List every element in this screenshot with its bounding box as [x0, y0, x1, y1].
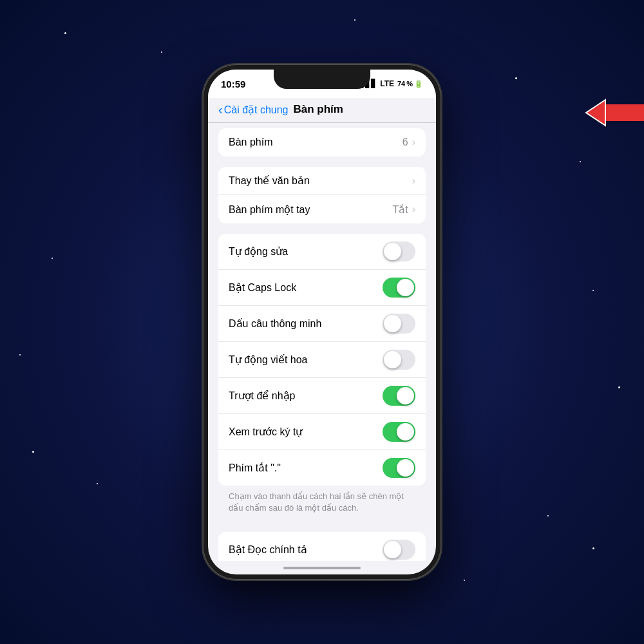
- char-preview-item[interactable]: Xem trước ký tự: [218, 414, 426, 450]
- auto-correct-toggle[interactable]: [383, 242, 415, 261]
- auto-correct-item[interactable]: Tự động sửa: [218, 234, 426, 270]
- arrow-annotation: [580, 77, 644, 155]
- auto-correct-knob: [384, 243, 401, 260]
- nav-title: Bàn phím: [294, 103, 343, 116]
- auto-correct-label: Tự động sửa: [229, 245, 288, 258]
- battery-symbol: %: [406, 80, 413, 88]
- toggles-section-1: Tự động sửa Bật Caps Lock Dấ: [218, 234, 426, 486]
- auto-cap-label: Tự động viết hoa: [229, 354, 308, 366]
- slide-type-label: Trượt để nhập: [229, 390, 295, 402]
- keyboards-count: 6: [402, 137, 408, 148]
- slide-type-item[interactable]: Trượt để nhập: [218, 378, 426, 414]
- caps-lock-item[interactable]: Bật Caps Lock: [218, 270, 426, 306]
- phone-frame: 10:59 ▋▋▋ LTE 74 % 🔋 ‹ Cài đặt chung Bàn…: [203, 64, 441, 580]
- slide-type-knob: [397, 387, 414, 404]
- auto-cap-item[interactable]: Tự động viết hoa: [218, 342, 426, 378]
- keyboards-label: Bàn phím: [229, 137, 272, 148]
- nav-back-label: Cài đặt chung: [224, 104, 289, 116]
- nav-back-button[interactable]: ‹ Cài đặt chung: [218, 103, 289, 116]
- spell-check-label: Bật Đọc chính tả: [229, 544, 307, 556]
- one-hand-right: Tắt ›: [392, 204, 415, 216]
- period-note: Chạm vào thanh dấu cách hai lần sẽ chèn …: [208, 486, 436, 522]
- auto-cap-knob: [384, 351, 401, 368]
- home-indicator: [283, 567, 361, 569]
- doc-section: Bật Đọc chính tả Dấu câu tự động: [218, 532, 426, 561]
- lte-label: LTE: [380, 79, 394, 88]
- keyboards-section: Bàn phím 6 ›: [218, 128, 426, 156]
- spell-check-knob: [384, 541, 401, 558]
- period-shortcut-label: Phím tắt ".": [229, 462, 281, 474]
- battery-icon: 74 % 🔋: [397, 80, 423, 88]
- smart-punc-item[interactable]: Dấu câu thông minh: [218, 306, 426, 342]
- battery-level: 74: [397, 80, 405, 88]
- caps-lock-label: Bật Caps Lock: [229, 281, 296, 294]
- text-replacement-item[interactable]: Thay thế văn bản ›: [218, 167, 426, 195]
- text-section: Thay thế văn bản › Bàn phím một tay Tắt …: [218, 167, 426, 223]
- smart-punc-knob: [384, 315, 401, 332]
- spell-check-toggle[interactable]: [383, 540, 415, 560]
- text-replacement-label: Thay thế văn bản: [229, 175, 310, 187]
- char-preview-toggle[interactable]: [383, 422, 415, 442]
- caps-lock-toggle[interactable]: [383, 278, 415, 298]
- text-replacement-chevron: ›: [412, 175, 415, 187]
- screen-content: ‹ Cài đặt chung Bàn phím Bàn phím 6 ›: [208, 98, 436, 574]
- auto-cap-toggle[interactable]: [383, 350, 415, 370]
- period-shortcut-item[interactable]: Phím tắt ".": [218, 450, 426, 486]
- slide-type-toggle[interactable]: [383, 386, 415, 406]
- period-shortcut-toggle[interactable]: [383, 458, 415, 478]
- period-shortcut-knob: [397, 459, 414, 477]
- one-hand-item[interactable]: Bàn phím một tay Tắt ›: [218, 195, 426, 223]
- char-preview-label: Xem trước ký tự: [229, 426, 302, 438]
- smart-punc-label: Dấu câu thông minh: [229, 317, 321, 330]
- spell-check-item[interactable]: Bật Đọc chính tả: [218, 532, 426, 561]
- svg-marker-0: [586, 100, 605, 126]
- status-time: 10:59: [221, 79, 245, 90]
- one-hand-label: Bàn phím một tay: [229, 204, 310, 216]
- settings-scroll-content[interactable]: Bàn phím 6 › Thay thế văn bản ›: [208, 123, 436, 561]
- nav-header: ‹ Cài đặt chung Bàn phím: [208, 98, 436, 123]
- keyboards-right: 6 ›: [402, 137, 415, 148]
- back-chevron-icon: ‹: [218, 103, 223, 116]
- phone-notch: [274, 70, 370, 89]
- one-hand-value: Tắt: [392, 204, 408, 216]
- one-hand-chevron: ›: [412, 204, 415, 215]
- smart-punc-toggle[interactable]: [383, 314, 415, 334]
- text-replacement-right: ›: [412, 175, 415, 187]
- phone-screen: 10:59 ▋▋▋ LTE 74 % 🔋 ‹ Cài đặt chung Bàn…: [208, 70, 436, 574]
- char-preview-knob: [397, 423, 414, 440]
- svg-rect-1: [604, 104, 644, 121]
- svg-marker-2: [586, 100, 605, 126]
- keyboards-item[interactable]: Bàn phím 6 ›: [218, 128, 426, 156]
- keyboards-chevron: ›: [412, 137, 415, 148]
- caps-lock-knob: [397, 279, 414, 296]
